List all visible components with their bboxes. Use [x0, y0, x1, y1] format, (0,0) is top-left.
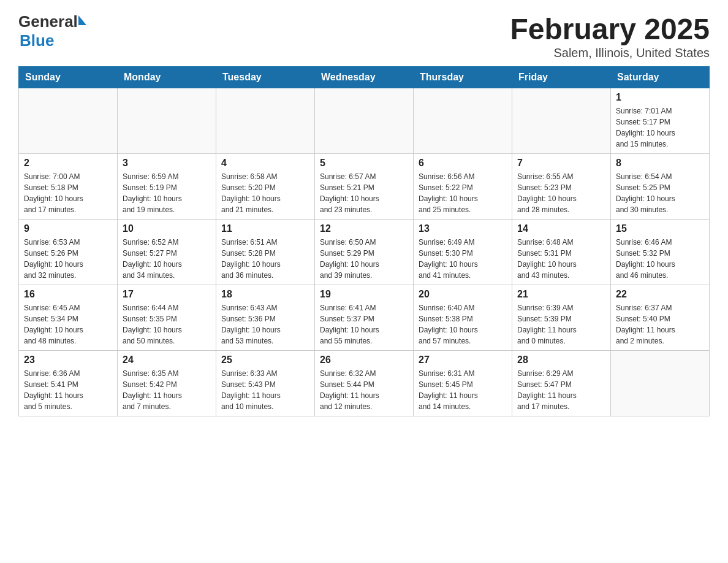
logo: General Blue [18, 12, 86, 50]
calendar-cell: 13Sunrise: 6:49 AM Sunset: 5:30 PM Dayli… [414, 220, 512, 285]
day-number: 11 [221, 223, 309, 234]
day-number: 5 [320, 158, 408, 169]
day-info: Sunrise: 6:58 AM Sunset: 5:20 PM Dayligh… [221, 171, 309, 215]
day-number: 10 [123, 223, 211, 234]
calendar-cell [118, 88, 216, 154]
page-header: General Blue February 2025 Salem, Illino… [18, 12, 710, 60]
day-number: 16 [24, 289, 112, 300]
day-number: 13 [419, 223, 507, 234]
calendar-cell: 8Sunrise: 6:54 AM Sunset: 5:25 PM Daylig… [611, 154, 710, 220]
day-info: Sunrise: 6:55 AM Sunset: 5:23 PM Dayligh… [517, 171, 605, 215]
calendar-cell: 18Sunrise: 6:43 AM Sunset: 5:36 PM Dayli… [216, 285, 315, 351]
calendar-cell: 6Sunrise: 6:56 AM Sunset: 5:22 PM Daylig… [414, 154, 512, 220]
day-info: Sunrise: 6:40 AM Sunset: 5:38 PM Dayligh… [419, 302, 507, 347]
day-number: 7 [517, 158, 605, 169]
calendar-cell: 14Sunrise: 6:48 AM Sunset: 5:31 PM Dayli… [512, 220, 611, 285]
day-info: Sunrise: 6:57 AM Sunset: 5:21 PM Dayligh… [320, 171, 408, 215]
day-number: 17 [123, 289, 211, 300]
day-number: 15 [616, 223, 704, 234]
col-thursday: Thursday [414, 67, 512, 88]
calendar-cell: 4Sunrise: 6:58 AM Sunset: 5:20 PM Daylig… [216, 154, 315, 220]
calendar-week-row: 16Sunrise: 6:45 AM Sunset: 5:34 PM Dayli… [19, 285, 710, 351]
calendar-cell: 27Sunrise: 6:31 AM Sunset: 5:45 PM Dayli… [414, 351, 512, 416]
calendar-header: Sunday Monday Tuesday Wednesday Thursday… [19, 67, 710, 88]
day-info: Sunrise: 7:01 AM Sunset: 5:17 PM Dayligh… [616, 105, 704, 150]
calendar-cell [216, 88, 315, 154]
day-number: 8 [616, 158, 704, 169]
day-number: 9 [24, 223, 112, 234]
day-info: Sunrise: 6:41 AM Sunset: 5:37 PM Dayligh… [320, 302, 408, 347]
logo-blue-text: Blue [20, 31, 86, 50]
day-info: Sunrise: 6:52 AM Sunset: 5:27 PM Dayligh… [123, 237, 211, 281]
calendar-cell: 9Sunrise: 6:53 AM Sunset: 5:26 PM Daylig… [19, 220, 118, 285]
day-info: Sunrise: 6:43 AM Sunset: 5:36 PM Dayligh… [221, 302, 309, 347]
calendar-week-row: 2Sunrise: 7:00 AM Sunset: 5:18 PM Daylig… [19, 154, 710, 220]
day-header-row: Sunday Monday Tuesday Wednesday Thursday… [19, 67, 710, 88]
day-number: 22 [616, 289, 704, 300]
day-info: Sunrise: 7:00 AM Sunset: 5:18 PM Dayligh… [24, 171, 112, 215]
calendar-cell [19, 88, 118, 154]
day-info: Sunrise: 6:46 AM Sunset: 5:32 PM Dayligh… [616, 237, 704, 281]
day-number: 25 [221, 354, 309, 366]
day-number: 21 [517, 289, 605, 300]
col-saturday: Saturday [611, 67, 710, 88]
logo-arrow-icon [78, 15, 86, 25]
day-info: Sunrise: 6:31 AM Sunset: 5:45 PM Dayligh… [419, 368, 507, 412]
day-number: 6 [419, 158, 507, 169]
calendar-cell: 12Sunrise: 6:50 AM Sunset: 5:29 PM Dayli… [315, 220, 414, 285]
day-info: Sunrise: 6:44 AM Sunset: 5:35 PM Dayligh… [123, 302, 211, 347]
calendar-cell: 25Sunrise: 6:33 AM Sunset: 5:43 PM Dayli… [216, 351, 315, 416]
day-info: Sunrise: 6:54 AM Sunset: 5:25 PM Dayligh… [616, 171, 704, 215]
day-number: 1 [616, 92, 704, 103]
calendar-body: 1Sunrise: 7:01 AM Sunset: 5:17 PM Daylig… [19, 88, 710, 416]
calendar-cell: 5Sunrise: 6:57 AM Sunset: 5:21 PM Daylig… [315, 154, 414, 220]
day-number: 4 [221, 158, 309, 169]
calendar-week-row: 23Sunrise: 6:36 AM Sunset: 5:41 PM Dayli… [19, 351, 710, 416]
day-number: 27 [419, 354, 507, 366]
day-number: 12 [320, 223, 408, 234]
calendar-cell: 16Sunrise: 6:45 AM Sunset: 5:34 PM Dayli… [19, 285, 118, 351]
calendar-cell: 26Sunrise: 6:32 AM Sunset: 5:44 PM Dayli… [315, 351, 414, 416]
day-info: Sunrise: 6:29 AM Sunset: 5:47 PM Dayligh… [517, 368, 605, 412]
col-sunday: Sunday [19, 67, 118, 88]
day-info: Sunrise: 6:50 AM Sunset: 5:29 PM Dayligh… [320, 237, 408, 281]
calendar-week-row: 1Sunrise: 7:01 AM Sunset: 5:17 PM Daylig… [19, 88, 710, 154]
page-title: February 2025 [510, 12, 710, 46]
calendar-cell: 3Sunrise: 6:59 AM Sunset: 5:19 PM Daylig… [118, 154, 216, 220]
calendar-cell: 2Sunrise: 7:00 AM Sunset: 5:18 PM Daylig… [19, 154, 118, 220]
day-info: Sunrise: 6:39 AM Sunset: 5:39 PM Dayligh… [517, 302, 605, 347]
day-number: 3 [123, 158, 211, 169]
calendar-cell: 17Sunrise: 6:44 AM Sunset: 5:35 PM Dayli… [118, 285, 216, 351]
day-info: Sunrise: 6:49 AM Sunset: 5:30 PM Dayligh… [419, 237, 507, 281]
calendar-cell: 11Sunrise: 6:51 AM Sunset: 5:28 PM Dayli… [216, 220, 315, 285]
day-number: 2 [24, 158, 112, 169]
day-info: Sunrise: 6:56 AM Sunset: 5:22 PM Dayligh… [419, 171, 507, 215]
day-info: Sunrise: 6:32 AM Sunset: 5:44 PM Dayligh… [320, 368, 408, 412]
day-number: 23 [24, 354, 112, 366]
logo-general-text: General [18, 12, 78, 31]
day-number: 14 [517, 223, 605, 234]
col-tuesday: Tuesday [216, 67, 315, 88]
calendar-week-row: 9Sunrise: 6:53 AM Sunset: 5:26 PM Daylig… [19, 220, 710, 285]
calendar-cell: 28Sunrise: 6:29 AM Sunset: 5:47 PM Dayli… [512, 351, 611, 416]
day-info: Sunrise: 6:35 AM Sunset: 5:42 PM Dayligh… [123, 368, 211, 412]
calendar-cell [315, 88, 414, 154]
page-subtitle: Salem, Illinois, United States [510, 46, 710, 60]
day-number: 20 [419, 289, 507, 300]
calendar-cell [414, 88, 512, 154]
calendar-table: Sunday Monday Tuesday Wednesday Thursday… [18, 66, 710, 416]
calendar-cell: 23Sunrise: 6:36 AM Sunset: 5:41 PM Dayli… [19, 351, 118, 416]
calendar-cell: 22Sunrise: 6:37 AM Sunset: 5:40 PM Dayli… [611, 285, 710, 351]
day-info: Sunrise: 6:45 AM Sunset: 5:34 PM Dayligh… [24, 302, 112, 347]
calendar-cell: 15Sunrise: 6:46 AM Sunset: 5:32 PM Dayli… [611, 220, 710, 285]
day-number: 28 [517, 354, 605, 366]
day-number: 26 [320, 354, 408, 366]
day-info: Sunrise: 6:59 AM Sunset: 5:19 PM Dayligh… [123, 171, 211, 215]
calendar-cell: 24Sunrise: 6:35 AM Sunset: 5:42 PM Dayli… [118, 351, 216, 416]
calendar-cell: 21Sunrise: 6:39 AM Sunset: 5:39 PM Dayli… [512, 285, 611, 351]
calendar-cell: 10Sunrise: 6:52 AM Sunset: 5:27 PM Dayli… [118, 220, 216, 285]
day-number: 18 [221, 289, 309, 300]
day-info: Sunrise: 6:36 AM Sunset: 5:41 PM Dayligh… [24, 368, 112, 412]
calendar-cell [512, 88, 611, 154]
day-info: Sunrise: 6:53 AM Sunset: 5:26 PM Dayligh… [24, 237, 112, 281]
